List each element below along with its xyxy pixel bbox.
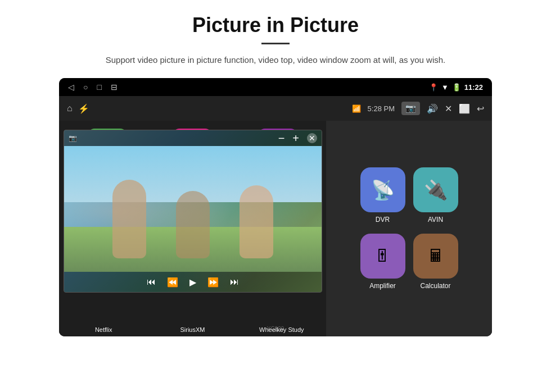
calculator-label: Calculator (420, 282, 450, 290)
pip-camera-icon: 📷 (69, 134, 77, 142)
pip-header: 📷 − + ✕ (64, 130, 322, 146)
figure-1 (112, 180, 146, 258)
pip-play-icon[interactable]: ▶ (189, 277, 196, 288)
figure-3 (240, 185, 273, 258)
battery-icon: 🔋 (452, 83, 461, 92)
pip-plus[interactable]: + (292, 132, 299, 145)
pip-overlay[interactable]: 📷 − + ✕ (64, 130, 322, 293)
status-bar-left: ◁ ○ □ ⊟ (68, 83, 118, 92)
avin-icon[interactable]: 🔌 (413, 167, 458, 212)
amplifier-icon-glyph: 🎚 (374, 247, 391, 266)
home-topbar-icon[interactable]: ⌂ (67, 103, 73, 113)
dvr-app-cell[interactable]: 📡 DVR (360, 167, 405, 224)
pip-next-icon[interactable]: ⏭ (230, 277, 239, 287)
close-topbar-icon[interactable]: ✕ (445, 103, 452, 114)
status-bar: ◁ ○ □ ⊟ 📍 ▼ 🔋 11:22 (59, 78, 492, 96)
netflix-label: Netflix (70, 326, 137, 333)
dvr-label: DVR (376, 216, 390, 224)
device-content: 📷 − + ✕ (59, 121, 492, 336)
page-container: Picture in Picture Support video picture… (0, 0, 551, 392)
pip-video-background (64, 130, 322, 292)
siriusxm-label: SiriusXM (159, 326, 226, 333)
app-topbar: ⌂ ⚡ 📶 5:28 PM 📷 🔊 ✕ ⬜ ↩ (59, 96, 492, 121)
usb-icon[interactable]: ⚡ (78, 103, 89, 114)
figures (98, 168, 288, 258)
recents-icon[interactable]: □ (97, 83, 101, 92)
bottom-app-row: Netflix SiriusXM Wheelkey Study (59, 326, 326, 336)
home-icon[interactable]: ○ (83, 83, 88, 92)
back-topbar-icon[interactable]: ↩ (477, 103, 484, 114)
pip-prev-icon[interactable]: ⏮ (147, 277, 156, 287)
status-bar-right: 📍 ▼ 🔋 11:22 (429, 83, 483, 92)
status-time: 11:22 (464, 83, 483, 92)
volume-icon[interactable]: 🔊 (427, 103, 438, 114)
watermark: YC299 (267, 326, 284, 332)
wifi-icon: ▼ (441, 83, 449, 92)
amplifier-icon[interactable]: 🎚 (360, 234, 405, 279)
dvr-icon[interactable]: 📡 (360, 167, 405, 212)
avin-app-cell[interactable]: 🔌 AVIN (413, 167, 458, 224)
wifi-topbar-icon: 📶 (352, 104, 361, 113)
topbar-left: ⌂ ⚡ (67, 103, 89, 114)
right-icons-grid: 📡 DVR 🔌 AVIN 🎚 (360, 167, 458, 290)
calculator-icon-glyph: 🖩 (427, 247, 444, 266)
location-icon: 📍 (429, 83, 438, 92)
right-section: 📡 DVR 🔌 AVIN 🎚 (326, 121, 492, 336)
topbar-time: 5:28 PM (368, 104, 395, 113)
amplifier-app-cell[interactable]: 🎚 Amplifier (360, 234, 405, 290)
pip-rewind-icon[interactable]: ⏪ (167, 277, 178, 288)
title-divider (261, 43, 290, 44)
dvr-icon-glyph: 📡 (371, 179, 395, 201)
page-subtitle: Support video picture in picture functio… (106, 53, 445, 67)
topbar-right: 📶 5:28 PM 📷 🔊 ✕ ⬜ ↩ (352, 102, 484, 115)
avin-icon-glyph: 🔌 (424, 179, 448, 201)
pip-resize-icon[interactable]: ⬜ (459, 103, 470, 114)
pip-minus[interactable]: − (278, 132, 285, 145)
avin-label: AVIN (428, 216, 443, 224)
calculator-app-cell[interactable]: 🖩 Calculator (413, 234, 458, 290)
pip-forward-icon[interactable]: ⏩ (207, 277, 219, 288)
pip-controls: ⏮ ⏪ ▶ ⏩ ⏭ (64, 272, 322, 292)
pip-close[interactable]: ✕ (307, 133, 317, 143)
menu-icon[interactable]: ⊟ (111, 83, 118, 92)
calculator-icon[interactable]: 🖩 (413, 234, 458, 279)
back-icon[interactable]: ◁ (68, 83, 74, 92)
figure-2 (176, 191, 210, 258)
page-title: Picture in Picture (192, 13, 359, 37)
left-section: 📷 − + ✕ (59, 121, 326, 336)
camera-button[interactable]: 📷 (401, 102, 420, 115)
device-frame: ◁ ○ □ ⊟ 📍 ▼ 🔋 11:22 ⌂ ⚡ 📶 5:28 PM 📷 (59, 78, 492, 336)
amplifier-label: Amplifier (369, 282, 396, 290)
